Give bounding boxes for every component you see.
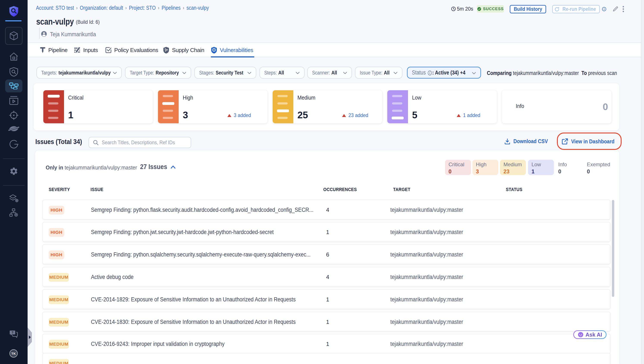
svg-text:?: ? [12,330,13,334]
